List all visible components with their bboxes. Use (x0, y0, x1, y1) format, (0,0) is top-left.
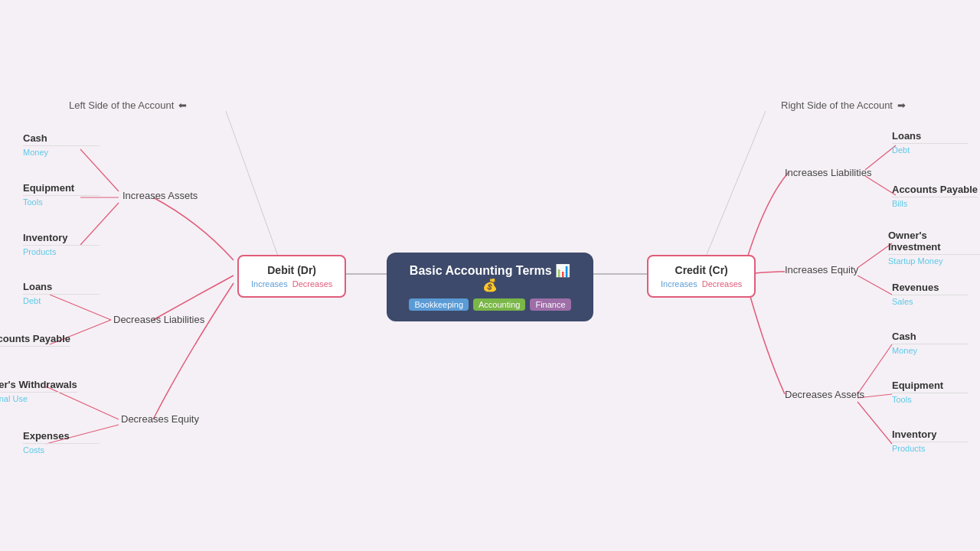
leaf-inventory-left: Inventory Products (23, 232, 100, 256)
leaf-cash-right: Cash Money (892, 331, 969, 355)
cat-decreases-liabilities: Decreases Liabilities (113, 314, 204, 325)
leaf-cash-left: Cash Money (23, 132, 100, 157)
leaf-equipment-left: Equipment Tools (23, 182, 100, 207)
credit-title: Credit (Cr) (661, 264, 742, 276)
svg-line-17 (858, 402, 892, 444)
left-header: Left Side of the Account (69, 99, 187, 111)
debit-decreases: Decreases (292, 279, 333, 289)
right-arrow-icon (897, 99, 906, 111)
svg-line-10 (704, 111, 766, 260)
center-title: Basic Accounting Terms 📊💰 (402, 263, 578, 292)
svg-line-15 (858, 344, 892, 394)
right-header: Right Side of the Account (781, 99, 906, 111)
tag-accounting: Accounting (473, 298, 525, 311)
credit-node: Credit (Cr) Increases Decreases (647, 255, 756, 298)
cat-decreases-equity: Decreases Equity (121, 413, 199, 425)
credit-decreases: Decreases (702, 279, 743, 289)
leaf-equipment-right: Equipment Tools (892, 380, 969, 404)
leaf-accounts-payable-left: Accounts Payable Bills (0, 333, 70, 357)
leaf-loans-left: Loans Debt (23, 281, 100, 305)
tag-bookkeeping: Bookkeeping (409, 298, 469, 311)
leaf-investment-right: Owner's Investment Startup Money (888, 230, 980, 266)
cat-increases-assets: Increases Assets (122, 190, 198, 201)
svg-line-13 (858, 243, 892, 268)
cat-decreases-assets: Decreases Assets (785, 389, 864, 400)
svg-line-14 (858, 276, 892, 295)
cat-increases-liabilities: Increases Liabilities (785, 167, 871, 178)
leaf-accounts-payable-right: Accounts Payable Bills (892, 184, 978, 208)
debit-node: Debit (Dr) Increases Decreases (237, 255, 346, 298)
cat-increases-equity: Increases Equity (785, 264, 858, 276)
leaf-revenues-right: Revenues Sales (892, 282, 969, 306)
debit-title: Debit (Dr) (251, 264, 332, 276)
leaf-loans-right: Loans Debt (892, 130, 969, 155)
leaf-withdrawals-left: Owner's Withdrawals Personal Use (0, 379, 77, 403)
tag-finance: Finance (530, 298, 570, 311)
debit-increases: Increases (251, 279, 288, 289)
left-arrow-icon (178, 99, 187, 111)
leaf-expenses-left: Expenses Costs (23, 430, 100, 455)
credit-increases: Increases (661, 279, 697, 289)
svg-line-12 (865, 176, 896, 195)
leaf-inventory-right: Inventory Products (892, 429, 969, 453)
svg-line-2 (226, 111, 279, 260)
center-node: Basic Accounting Terms 📊💰 Bookkeeping Ac… (387, 253, 593, 321)
